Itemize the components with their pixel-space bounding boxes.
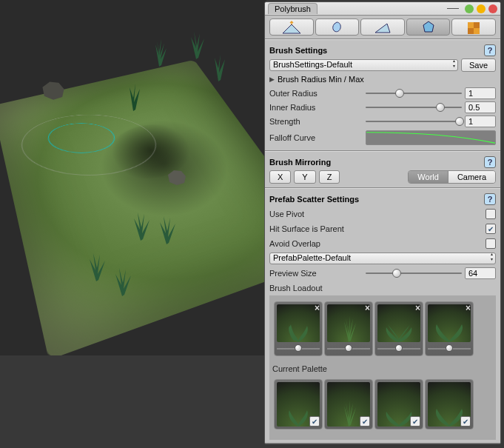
brush-mirroring-header: Brush Mirroring (269, 158, 331, 167)
brush-settings-header: Brush Settings (269, 46, 327, 55)
inner-radius-label: Inner Radius (269, 103, 366, 112)
hit-surface-checkbox[interactable]: ✔ (485, 224, 496, 234)
scene-prefab (130, 211, 152, 241)
loadout-strength-slider[interactable] (327, 344, 370, 353)
scene-prefab (111, 267, 133, 296)
window-close-icon[interactable] (488, 4, 497, 13)
outer-radius-slider[interactable] (366, 88, 462, 98)
scene-prefab-rock (167, 169, 187, 185)
brush-settings-section: Brush Settings ? BrushSettings-Default S… (265, 39, 500, 151)
palette-slot[interactable]: ✔ (274, 379, 323, 429)
preview-size-field[interactable] (465, 267, 496, 279)
palette-checkbox[interactable]: ✔ (360, 416, 370, 427)
loadout-strength-slider[interactable] (377, 344, 420, 353)
svg-marker-0 (168, 170, 186, 185)
outer-radius-label: Outer Radius (269, 89, 366, 98)
paint-mode-button[interactable] (360, 19, 405, 36)
help-icon[interactable]: ? (484, 156, 496, 168)
loadout-slot[interactable]: × (425, 301, 474, 356)
scene-prefab (155, 215, 178, 244)
sculpt-mode-button[interactable] (269, 19, 314, 36)
panel-menu-icon[interactable] (447, 8, 459, 9)
scene-prefab (122, 81, 144, 111)
outer-radius-field[interactable] (465, 87, 496, 99)
close-icon[interactable]: × (466, 303, 471, 313)
svg-marker-3 (375, 24, 390, 33)
preview-size-label: Preview Size (269, 269, 366, 278)
palette-checkbox[interactable]: ✔ (309, 416, 320, 427)
strength-slider[interactable] (366, 116, 462, 127)
strength-field[interactable] (465, 116, 496, 127)
svg-rect-7 (468, 28, 474, 34)
brush-mirroring-section: Brush Mirroring ? X Y Z World Camera (265, 151, 500, 188)
loadout-strength-slider[interactable] (277, 344, 320, 353)
loadout-label: Brush Loadout (269, 284, 323, 292)
panel-titlebar[interactable]: Polybrush (265, 2, 500, 16)
texture-mode-button[interactable] (451, 19, 496, 36)
brush-preset-popup[interactable]: BrushSettings-Default (269, 59, 458, 71)
palette-popup[interactable]: PrefabPalette-Default (269, 253, 496, 264)
foldout-icon[interactable]: ▶ (269, 76, 275, 83)
scene-prefab (148, 37, 170, 67)
palette-grid: ✔ ✔ ✔ ✔ (272, 376, 493, 432)
svg-rect-8 (474, 28, 480, 34)
hit-surface-label: Hit Surface is Parent (269, 224, 366, 233)
help-icon[interactable]: ? (484, 193, 496, 205)
avoid-overlap-label: Avoid Overlap (269, 239, 366, 248)
palette-slot[interactable]: ✔ (324, 379, 373, 429)
use-pivot-checkbox[interactable] (485, 209, 496, 219)
mirror-z-button[interactable]: Z (319, 170, 340, 184)
palette-slot[interactable]: ✔ (374, 379, 423, 429)
panel-tab[interactable]: Polybrush (268, 3, 317, 14)
help-icon[interactable]: ? (484, 44, 496, 56)
mirror-x-button[interactable]: X (269, 170, 291, 184)
scene-prefab (85, 252, 107, 281)
window-buttons (447, 4, 497, 13)
scatter-mode-button[interactable] (406, 19, 451, 36)
avoid-overlap-checkbox[interactable] (485, 238, 496, 249)
mirror-camera-option[interactable]: Camera (448, 171, 495, 183)
falloff-curve-field[interactable] (366, 130, 496, 145)
polybrush-panel: Polybrush Brush Settings ? BrushSettings… (264, 1, 501, 444)
palette-label: Current Palette (272, 364, 327, 373)
svg-marker-4 (423, 21, 434, 32)
scene-prefab (207, 52, 229, 81)
loadout-slot[interactable]: × (324, 301, 373, 356)
svg-marker-2 (283, 24, 300, 33)
strength-label: Strength (269, 117, 366, 126)
loadout-slot[interactable]: × (274, 301, 323, 356)
mode-toolbar (265, 16, 500, 39)
inner-radius-field[interactable] (465, 101, 496, 113)
falloff-label: Falloff Curve (269, 133, 366, 142)
inner-radius-slider[interactable] (366, 102, 462, 113)
scatter-header: Prefab Scatter Settings (269, 195, 359, 204)
mirror-world-option[interactable]: World (409, 171, 448, 183)
use-pivot-label: Use Pivot (269, 210, 366, 218)
scene-prefab-rock (41, 80, 66, 99)
mirror-space-toggle[interactable]: World Camera (408, 170, 496, 184)
brush-radius-label: Brush Radius Min / Max (278, 75, 364, 84)
preview-size-slider[interactable] (366, 268, 462, 278)
palette-checkbox[interactable]: ✔ (460, 416, 471, 427)
window-max-icon[interactable] (477, 4, 485, 13)
scatter-settings-section: Prefab Scatter Settings ? Use Pivot Hit … (265, 188, 500, 444)
loadout-grid: × × × × (272, 298, 493, 359)
close-icon[interactable]: × (315, 303, 320, 313)
palette-slot[interactable]: ✔ (425, 379, 474, 429)
svg-rect-6 (474, 22, 480, 28)
window-min-icon[interactable] (465, 4, 474, 13)
scene-prefab (185, 30, 207, 59)
close-icon[interactable]: × (365, 303, 370, 313)
loadout-slot[interactable]: × (374, 301, 423, 356)
mirror-y-button[interactable]: Y (294, 170, 315, 184)
close-icon[interactable]: × (415, 303, 420, 313)
svg-rect-5 (468, 22, 474, 28)
save-button[interactable]: Save (461, 58, 496, 72)
svg-marker-1 (42, 81, 64, 99)
palette-checkbox[interactable]: ✔ (410, 416, 420, 427)
loadout-strength-slider[interactable] (428, 344, 471, 353)
loadout-scroll[interactable]: × × × × (269, 295, 496, 440)
smooth-mode-button[interactable] (315, 19, 360, 36)
scene-viewport[interactable] (0, 0, 266, 355)
